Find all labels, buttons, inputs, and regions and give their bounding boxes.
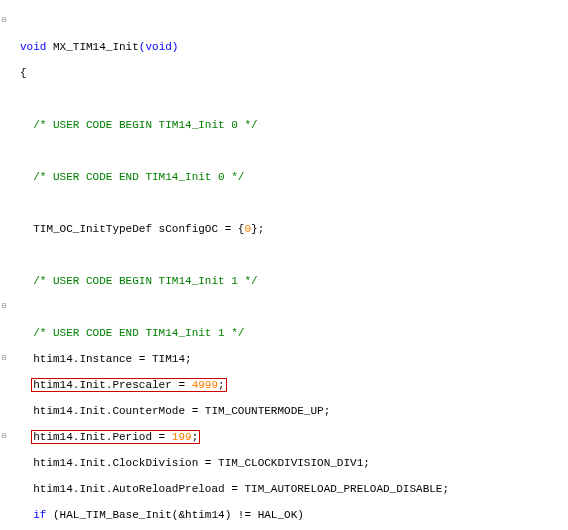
code-line: /* USER CODE BEGIN TIM14_Init 1 */: [20, 275, 568, 288]
number: 4999: [192, 379, 218, 391]
declaration: TIM_OC_InitTypeDef sConfigOC = {: [33, 223, 244, 235]
fold-marker[interactable]: ⊟: [0, 13, 8, 26]
blank-line: [20, 301, 568, 314]
declaration-end: };: [251, 223, 264, 235]
code-line: void MX_TIM14_Init(void): [20, 41, 568, 54]
blank-line: [20, 145, 568, 158]
fold-gutter: ⊟ ⊟ ⊟ ⊟: [0, 0, 8, 530]
code-line: htim14.Init.AutoReloadPreload = TIM_AUTO…: [20, 483, 568, 496]
condition: (HAL_TIM_Base_Init(&htim14) != HAL_OK): [46, 509, 303, 521]
code-line: htim14.Instance = TIM14;: [20, 353, 568, 366]
keyword: void: [20, 41, 46, 53]
fold-marker[interactable]: ⊟: [0, 429, 8, 442]
code-line: htim14.Init.CounterMode = TIM_COUNTERMOD…: [20, 405, 568, 418]
highlight-box-period: htim14.Init.Period = 199;: [31, 430, 200, 444]
comment: /* USER CODE END TIM14_Init 0 */: [33, 171, 244, 183]
code-viewer: ⊟ ⊟ ⊟ ⊟ void MX_TIM14_Init(void) { /* US…: [0, 0, 568, 530]
keyword: if: [33, 509, 46, 521]
semi: ;: [192, 431, 199, 443]
code-block: void MX_TIM14_Init(void) { /* USER CODE …: [20, 28, 568, 530]
code-line: if (HAL_TIM_Base_Init(&htim14) != HAL_OK…: [20, 509, 568, 522]
fold-marker[interactable]: ⊟: [0, 351, 8, 364]
keyword: (void): [139, 41, 179, 53]
code-line: /* USER CODE BEGIN TIM14_Init 0 */: [20, 119, 568, 132]
comment: /* USER CODE BEGIN TIM14_Init 1 */: [33, 275, 257, 287]
fold-marker[interactable]: ⊟: [0, 299, 8, 312]
semi: ;: [218, 379, 225, 391]
number: 199: [172, 431, 192, 443]
statement: htim14.Init.ClockDivision = TIM_CLOCKDIV…: [33, 457, 370, 469]
code-line: htim14.Init.ClockDivision = TIM_CLOCKDIV…: [20, 457, 568, 470]
statement: htim14.Init.AutoReloadPreload = TIM_AUTO…: [33, 483, 449, 495]
code-line: /* USER CODE END TIM14_Init 1 */: [20, 327, 568, 340]
statement: htim14.Init.CounterMode = TIM_COUNTERMOD…: [33, 405, 330, 417]
brace: {: [20, 67, 568, 80]
statement: htim14.Init.Prescaler =: [33, 379, 191, 391]
blank-line: [20, 93, 568, 106]
comment: /* USER CODE END TIM14_Init 1 */: [33, 327, 244, 339]
function-name: MX_TIM14_Init: [46, 41, 138, 53]
highlight-line: htim14.Init.Prescaler = 4999;: [20, 379, 568, 392]
statement: htim14.Instance = TIM14;: [33, 353, 191, 365]
code-line: TIM_OC_InitTypeDef sConfigOC = {0};: [20, 223, 568, 236]
comment: /* USER CODE BEGIN TIM14_Init 0 */: [33, 119, 257, 131]
code-line: /* USER CODE END TIM14_Init 0 */: [20, 171, 568, 184]
blank-line: [20, 249, 568, 262]
highlight-box-prescaler: htim14.Init.Prescaler = 4999;: [31, 378, 226, 392]
statement: htim14.Init.Period =: [33, 431, 172, 443]
highlight-line: htim14.Init.Period = 199;: [20, 431, 568, 444]
blank-line: [20, 197, 568, 210]
